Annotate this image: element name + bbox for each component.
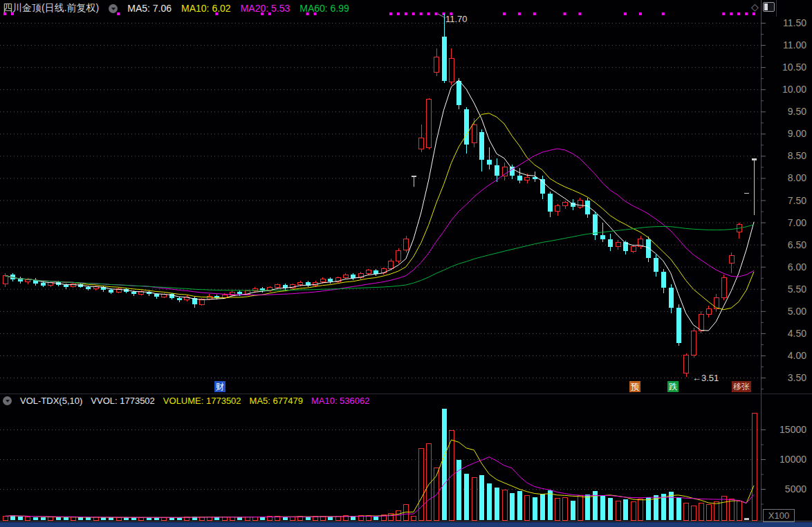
volume-bar[interactable] xyxy=(555,499,560,520)
candle[interactable] xyxy=(366,269,371,275)
candle[interactable] xyxy=(268,286,273,292)
volume-bar[interactable] xyxy=(517,491,522,520)
collapse-volume-panel-icon[interactable] xyxy=(3,396,12,405)
candle[interactable] xyxy=(502,163,507,181)
event-tag-finance[interactable]: 财 xyxy=(214,381,225,392)
candle[interactable] xyxy=(358,272,363,279)
volume-bar[interactable] xyxy=(585,494,590,520)
volume-bar[interactable] xyxy=(109,517,113,520)
volume-bar[interactable] xyxy=(419,448,424,520)
volume-bar[interactable] xyxy=(563,497,568,520)
volume-bar[interactable] xyxy=(729,499,734,520)
candle[interactable] xyxy=(169,293,174,299)
event-tag-fall[interactable]: 跌 xyxy=(667,381,679,392)
candle[interactable] xyxy=(177,297,182,302)
volume-bar[interactable] xyxy=(752,413,757,520)
candle[interactable] xyxy=(71,283,75,288)
volume-bar[interactable] xyxy=(638,499,643,520)
candle[interactable] xyxy=(199,298,204,306)
volume-bar[interactable] xyxy=(616,501,620,520)
candle[interactable] xyxy=(479,129,484,172)
candle[interactable] xyxy=(585,198,590,218)
candle[interactable] xyxy=(434,48,439,76)
volume-bar[interactable] xyxy=(479,475,484,520)
candle[interactable] xyxy=(33,278,38,285)
volume-bar[interactable] xyxy=(464,474,469,520)
volume-bar[interactable] xyxy=(472,478,477,520)
volume-bar[interactable] xyxy=(525,495,530,520)
candle[interactable] xyxy=(328,277,333,284)
candle[interactable] xyxy=(18,277,23,284)
volume-bar[interactable] xyxy=(714,502,719,520)
candle[interactable] xyxy=(335,277,340,284)
volume-bar[interactable] xyxy=(442,409,447,520)
candle[interactable] xyxy=(661,269,666,293)
volume-bar[interactable] xyxy=(283,517,288,520)
event-tag-forecast[interactable]: 预 xyxy=(629,381,640,392)
volume-bar[interactable] xyxy=(214,517,219,520)
candle[interactable] xyxy=(699,311,703,333)
candle[interactable] xyxy=(684,353,689,378)
candle[interactable] xyxy=(533,172,537,182)
candle[interactable] xyxy=(116,288,121,293)
candle[interactable] xyxy=(721,275,726,300)
panel-layout-icon[interactable] xyxy=(763,2,775,12)
volume-bar[interactable] xyxy=(33,517,38,520)
candle[interactable] xyxy=(692,328,696,358)
candle[interactable] xyxy=(729,252,734,273)
candle[interactable] xyxy=(714,294,719,312)
candle[interactable] xyxy=(752,158,757,215)
candle[interactable] xyxy=(139,290,144,296)
volume-bar[interactable] xyxy=(306,517,311,520)
volume-bar[interactable] xyxy=(510,493,515,520)
volume-bar[interactable] xyxy=(86,517,91,520)
volume-bar[interactable] xyxy=(116,517,121,520)
volume-bar[interactable] xyxy=(737,501,741,520)
candle[interactable] xyxy=(593,212,598,241)
candle[interactable] xyxy=(487,147,492,169)
candle[interactable] xyxy=(548,192,553,217)
candle[interactable] xyxy=(578,198,582,209)
volume-bar[interactable] xyxy=(3,516,8,520)
candle[interactable] xyxy=(404,236,409,252)
volume-bar[interactable] xyxy=(699,503,703,520)
volume-bar[interactable] xyxy=(706,504,711,520)
volume-bar[interactable] xyxy=(177,517,182,520)
candle[interactable] xyxy=(427,98,432,149)
candle[interactable] xyxy=(442,14,447,82)
volume-bar[interactable] xyxy=(48,517,53,520)
volume-bar[interactable] xyxy=(487,483,492,520)
volume-bar[interactable] xyxy=(313,517,318,520)
candle[interactable] xyxy=(744,193,749,194)
volume-bar[interactable] xyxy=(676,497,681,520)
candle[interactable] xyxy=(396,248,401,264)
volume-bar[interactable] xyxy=(78,517,83,520)
candle[interactable] xyxy=(93,286,98,290)
candle[interactable] xyxy=(101,286,106,291)
volume-bar[interactable] xyxy=(147,517,151,520)
candle[interactable] xyxy=(449,48,454,85)
candle[interactable] xyxy=(185,295,190,302)
horizontal-scrollbar[interactable] xyxy=(0,522,812,527)
volume-bar[interactable] xyxy=(131,517,136,520)
volume-bar[interactable] xyxy=(124,517,129,520)
candle[interactable] xyxy=(608,234,613,252)
volume-bar[interactable] xyxy=(600,496,605,520)
volume-bar[interactable] xyxy=(623,499,628,520)
volume-bar[interactable] xyxy=(646,497,651,520)
volume-bar[interactable] xyxy=(540,494,545,520)
candle[interactable] xyxy=(706,306,711,317)
candle[interactable] xyxy=(669,284,674,313)
volume-bar[interactable] xyxy=(64,517,68,520)
candle[interactable] xyxy=(563,201,568,210)
volume-bar[interactable] xyxy=(26,517,30,520)
volume-bar[interactable] xyxy=(351,517,356,520)
candle[interactable] xyxy=(147,290,151,296)
diamond-marker-icon[interactable]: ◇ xyxy=(751,1,759,12)
candle[interactable] xyxy=(654,255,658,277)
volume-bar[interactable] xyxy=(162,517,167,520)
volume-bar[interactable] xyxy=(495,488,499,520)
volume-bar[interactable] xyxy=(169,517,174,520)
candle[interactable] xyxy=(192,297,197,308)
volume-bar[interactable] xyxy=(18,517,23,520)
